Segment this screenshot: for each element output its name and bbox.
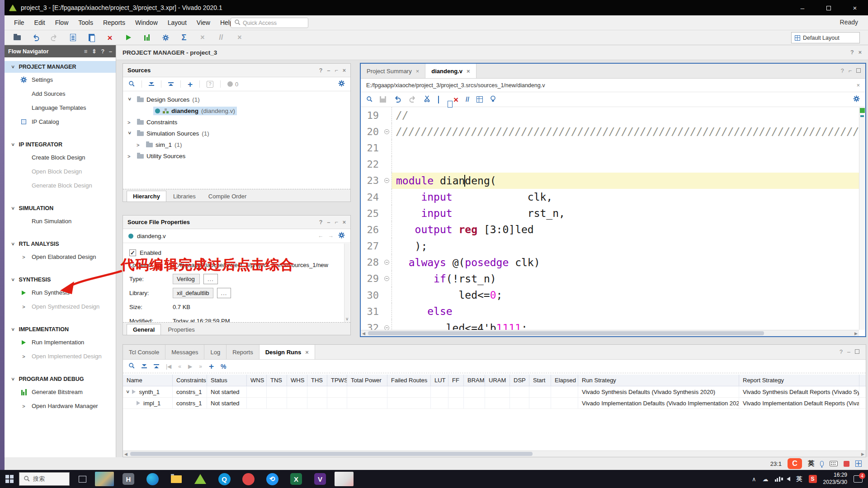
undo-icon[interactable] [393,95,401,104]
chevron-right-icon[interactable]: > [127,120,132,125]
help-icon[interactable]: ? [319,67,323,74]
add-sources-icon[interactable]: + [188,80,193,89]
property-value-box[interactable]: xil_defaultlib [173,288,213,298]
float-icon[interactable]: ⌐ [335,219,338,225]
keyboard-icon[interactable] [830,461,838,466]
taskbar-app-app-h[interactable]: H [118,470,138,488]
tree-item-sim_1[interactable]: >sim_1(1) [123,139,350,150]
taskbar-app-vitis[interactable]: V [310,470,330,488]
ime-language-indicator[interactable]: 英 [808,460,814,468]
editor-tab-project-summary[interactable]: Project Summary× [361,64,425,78]
tab-general[interactable]: General [127,324,161,335]
menu-reports[interactable]: Reports [98,19,130,26]
bottom-tab-tcl-console[interactable]: Tcl Console [123,345,165,359]
settings-gear-icon[interactable] [338,80,345,88]
editor-horizontal-scrollbar[interactable]: ◀ ▶ [361,330,859,336]
chevron-down-icon[interactable]: > [127,98,132,102]
ime-red-icon[interactable] [844,461,849,467]
minimize-icon[interactable]: – [327,219,330,225]
column-header-failed-routes[interactable]: Failed Routes [387,375,431,386]
generate-bitstream-icon[interactable] [142,33,151,42]
delete-icon[interactable]: × [105,33,114,42]
minimize-icon[interactable]: – [847,349,850,355]
code-line-30[interactable]: 30 led<=0; [361,287,859,303]
flownav-section-header[interactable]: >IP INTEGRATOR [5,139,116,150]
bottom-horizontal-scrollbar[interactable]: ◀ ▶ [123,450,866,457]
notification-center-icon[interactable]: 4 [854,475,863,483]
close-icon[interactable]: × [343,219,346,225]
taskbar-app-file-explorer[interactable] [166,470,186,488]
taskbar-app-excel[interactable]: X [286,470,306,488]
toggle-comment-icon[interactable]: // [466,96,469,103]
search-icon[interactable] [128,80,135,88]
help-icon[interactable]: ? [840,349,843,355]
start-button[interactable] [0,475,19,483]
taskbar-app-edge-browser[interactable] [142,470,162,488]
taskbar-app-screenshot-thumb[interactable] [334,470,354,488]
flownav-item-language-templates[interactable]: Language Templates [5,101,116,115]
design-run-row-impl_1[interactable]: impl_1constrs_1Not startedVivado Impleme… [123,398,866,409]
minimize-button[interactable]: – [789,4,816,12]
chevron-down-icon[interactable]: > [127,131,132,136]
maximize-button[interactable] [816,4,842,12]
column-header-ths[interactable]: THS [307,375,327,386]
delete-icon[interactable]: × [453,95,458,104]
fold-collapse-icon[interactable] [384,276,389,281]
collapse-all-icon[interactable]: ≡ [84,48,87,55]
column-header-start[interactable]: Start [529,375,551,386]
bottom-tab-log[interactable]: Log [204,345,226,359]
column-header-report-strategy[interactable]: Report Strategy [739,375,859,386]
scrollbar-thumb[interactable] [130,452,533,456]
sum-icon[interactable]: Σ [179,33,189,42]
close-tab-icon[interactable]: × [305,349,309,356]
run-icon[interactable] [124,33,133,42]
menu-flow[interactable]: Flow [50,19,74,26]
expand-icon[interactable]: ⇕ [92,48,96,55]
flownav-item-create-block-design[interactable]: Create Block Design [5,150,116,164]
tree-item-diandeng[interactable]: diandeng(diandeng.v) [123,105,350,117]
code-line-24[interactable]: 24 input clk, [361,189,859,205]
taskbar-app-photo-beach[interactable] [94,470,114,488]
close-icon[interactable]: × [857,82,860,89]
close-icon[interactable]: × [859,49,862,56]
menu-edit[interactable]: Edit [29,19,50,26]
scroll-left-arrow[interactable]: ◀ [362,330,365,337]
cut-icon[interactable] [424,95,431,103]
flownav-item-run-implementation[interactable]: Run Implementation [5,335,116,349]
search-icon[interactable] [366,96,373,103]
scroll-right-arrow[interactable]: ▶ [854,330,858,337]
fold-collapse-icon[interactable] [384,260,389,265]
scroll-left-arrow[interactable]: ◀ [124,451,127,457]
fold-marker[interactable] [382,123,392,140]
fold-collapse-icon[interactable] [384,129,389,134]
microphone-icon[interactable] [820,461,824,466]
minimize-panel-icon[interactable]: – [109,48,112,55]
flownav-section-header[interactable]: >SIMULATION [5,202,116,214]
network-icon[interactable] [775,477,780,482]
editor-tab-diandeng.v[interactable]: diandeng.v× [425,64,476,78]
create-run-icon[interactable]: + [209,362,214,371]
column-header-wns[interactable]: WNS [247,375,267,386]
code-line-19[interactable]: 19// [361,107,859,123]
taskbar-app-blue-sync-app[interactable]: ⟲ [262,470,282,488]
design-run-row-synth_1[interactable]: >synth_1constrs_1Not startedVivado Synth… [123,386,866,398]
column-header-total-power[interactable]: Total Power [347,375,387,386]
search-icon[interactable] [128,362,135,370]
flownav-item-run-synthesis[interactable]: Run Synthesis [5,286,116,300]
help-icon[interactable]: ? [101,48,104,55]
taskbar-app-blue-q-app[interactable]: Q [214,470,234,488]
flownav-item-generate-bitstream[interactable]: Generate Bitstream [5,385,116,399]
copy-icon[interactable] [68,33,77,42]
menu-window[interactable]: Window [130,19,163,26]
scroll-right-arrow[interactable]: ▶ [861,451,864,457]
settings-gear-icon[interactable] [853,95,860,103]
tab-compile-order[interactable]: Compile Order [203,191,253,202]
code-line-21[interactable]: 21 [361,140,859,156]
columns-icon[interactable] [476,96,483,103]
taskbar-search[interactable]: 搜索 [19,472,70,486]
column-header-dsp[interactable]: DSP [510,375,529,386]
close-button[interactable]: × [842,4,868,12]
tree-item-Simulation Sources[interactable]: >Simulation Sources(1) [123,128,350,139]
flownav-item-open-hardware-manager[interactable]: >Open Hardware Manager [5,399,116,413]
chevron-right-icon[interactable]: > [127,154,132,159]
